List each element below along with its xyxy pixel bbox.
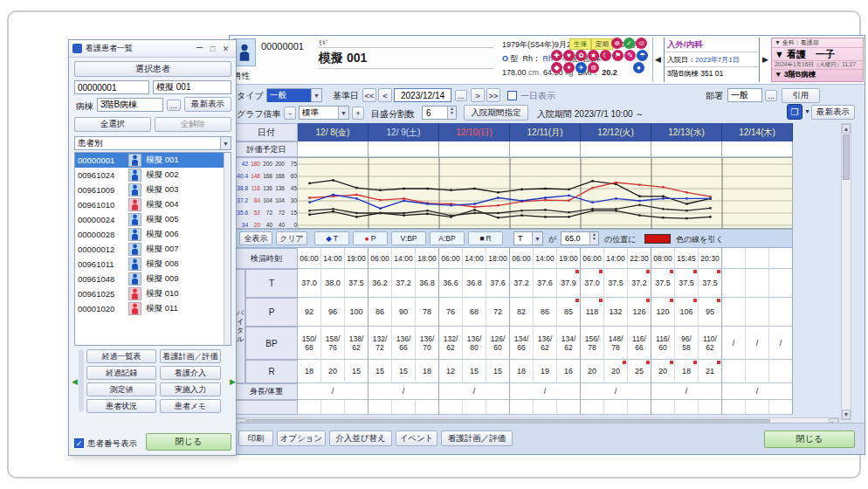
scroll-down-icon[interactable]: ▼ [842, 410, 851, 419]
show-all-button[interactable]: 全表示 [239, 231, 272, 245]
bp-cell: / [769, 327, 793, 360]
date-header-cell[interactable]: 12/11(月) [510, 123, 581, 141]
ward-input[interactable]: 3階B病棟 [97, 98, 163, 112]
bp-cell: 156/78 [581, 327, 604, 360]
bottom-button[interactable]: 介入並び替え [329, 430, 392, 446]
male-icon [128, 243, 141, 256]
action-button[interactable]: 看護介入 [160, 366, 221, 380]
vertical-scroll-thumb[interactable] [843, 134, 850, 180]
page-right-icon[interactable]: ▶ [230, 377, 236, 386]
patient-row[interactable]: 00961009模擬 003 [75, 183, 224, 197]
patient-row[interactable]: 00000028模擬 006 [75, 227, 224, 242]
bp-cell: 134/66 [510, 327, 534, 360]
patient-row[interactable]: 00961010模擬 004 [75, 197, 224, 212]
action-button[interactable]: 患者メモ [160, 399, 221, 413]
row-label-t: T [245, 269, 298, 298]
patient-row-id: 00000028 [75, 230, 127, 239]
r-cell: 15 [369, 360, 392, 383]
t-cell: 36.6 [439, 269, 463, 298]
page-left-icon[interactable]: ◀ [72, 377, 78, 386]
bottom-button[interactable]: イベント [396, 430, 437, 446]
selected-name-box[interactable]: 模擬 001 [153, 80, 231, 94]
patient-row[interactable]: 00961011模擬 008 [75, 257, 224, 272]
patient-row[interactable]: 00000012模擬 007 [75, 242, 224, 257]
ward-picker-button[interactable]: ... [167, 100, 181, 111]
bottom-button[interactable]: 看護計画／評価 [441, 430, 513, 446]
action-button[interactable]: 測定値 [86, 382, 156, 396]
r-cell: 19 [534, 360, 557, 383]
patient-row[interactable]: 00000024模擬 005 [75, 212, 224, 227]
empty-cell [581, 400, 604, 415]
action-button[interactable]: 看護計画／評価 [160, 349, 221, 363]
maximize-icon[interactable]: □ [206, 43, 219, 55]
axis-tick-P: 20 [248, 222, 260, 229]
patient-row[interactable]: 00000001模擬 001 [75, 153, 224, 168]
p-cell [769, 298, 793, 327]
action-button[interactable]: 患者状況 [86, 399, 156, 413]
hw-cell: / [651, 383, 722, 400]
position-label: の位置に [604, 234, 636, 245]
series-toggle-p[interactable]: ●P [353, 231, 388, 245]
list-titlebar[interactable]: 看護患者一覧 ー □ ✕ [69, 40, 236, 58]
male-icon [128, 258, 141, 271]
select-patient-button[interactable]: 選択患者 [74, 61, 231, 77]
vertical-scrollbar[interactable]: ▲ ▼ [841, 123, 851, 420]
patient-filter-select[interactable]: 患者別 ▼ [74, 136, 231, 150]
threshold-series-select[interactable]: T▼ [513, 231, 543, 245]
selected-id-box[interactable]: 00000001 [74, 80, 149, 94]
action-button[interactable]: 経過一覧表 [86, 349, 156, 363]
bottom-button[interactable]: オプション [277, 430, 326, 446]
patient-row[interactable]: 00961025模擬 010 [75, 286, 224, 301]
time-cell: 06:00 [439, 248, 463, 269]
r-cell: 15 [463, 360, 486, 383]
abnormal-mark-icon [599, 270, 603, 273]
empty-cell [392, 400, 416, 415]
series-toggle-abp[interactable]: A:BP [430, 231, 465, 245]
chevron-down-icon[interactable]: ▼ [220, 137, 231, 149]
stepper-arrows-icon[interactable]: ▲▼ [589, 232, 598, 244]
series-toggle-r[interactable]: ■R [468, 231, 503, 245]
bp-cell: 158/76 [321, 327, 345, 360]
action-button[interactable]: 経過記録 [86, 366, 156, 380]
threshold-color-swatch[interactable] [644, 234, 671, 244]
close-icon[interactable]: ✕ [219, 43, 232, 55]
scroll-up-icon[interactable]: ▲ [842, 124, 851, 134]
female-icon [128, 287, 141, 300]
patient-number-checkbox[interactable]: ✓ [74, 438, 84, 448]
patient-row-name: 模擬 009 [146, 273, 179, 285]
time-cell: 08:00 [651, 248, 675, 269]
clear-button[interactable]: クリア [276, 231, 307, 245]
date-header-cell[interactable]: 12/ 9(土) [369, 123, 439, 141]
chevron-down-icon[interactable]: ▼ [532, 232, 542, 244]
app-icon [72, 44, 82, 53]
axis-tick-P: 84 [248, 197, 260, 204]
t-cell: 37.5 [604, 269, 628, 298]
eval-row-label: 評価予定日 [235, 141, 298, 157]
empty-cell [369, 400, 392, 415]
select-all-button[interactable]: 全選択 [74, 117, 151, 132]
date-header-cell[interactable]: 12/13(水) [651, 123, 722, 141]
minimize-icon[interactable]: ー [193, 43, 206, 55]
date-header-cell[interactable]: 12/12(火) [581, 123, 651, 141]
patient-row[interactable]: 00961048模擬 009 [75, 272, 224, 286]
patient-row[interactable]: 00961024模擬 002 [75, 168, 224, 183]
close-main-button[interactable]: 閉じる [764, 430, 855, 448]
time-cell [746, 248, 769, 269]
refresh-list-button[interactable]: 最新表示 [184, 97, 231, 112]
female-icon [128, 302, 141, 315]
close-list-button[interactable]: 閉じる [146, 433, 231, 451]
date-header-cell[interactable]: 12/10(日) [439, 123, 510, 141]
eval-cell [651, 141, 722, 157]
abnormal-mark-icon [646, 361, 650, 364]
patient-row[interactable]: 00001020模擬 011 [75, 301, 224, 316]
clear-all-button[interactable]: 全解除 [155, 117, 231, 132]
list-scrollbar[interactable] [224, 153, 231, 345]
action-button[interactable]: 実施入力 [160, 382, 221, 396]
threshold-stepper[interactable]: 65.0▲▼ [561, 231, 599, 245]
date-header-cell[interactable]: 12/14(木) [722, 123, 793, 141]
bottom-button[interactable]: 印刷 [238, 430, 273, 446]
date-header-cell[interactable]: 12/ 8(金) [298, 123, 369, 141]
eval-cell [369, 141, 439, 157]
series-toggle-vbp[interactable]: V:BP [391, 231, 426, 245]
series-toggle-t[interactable]: ◆T [314, 231, 349, 245]
